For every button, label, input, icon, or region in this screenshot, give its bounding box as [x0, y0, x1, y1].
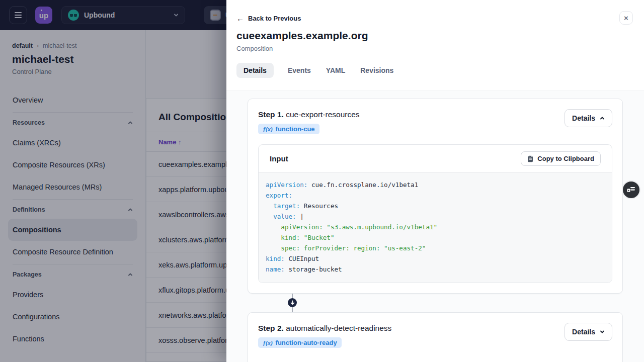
feedback-widget-icon [626, 186, 636, 194]
back-link-label: Back to Previous [248, 15, 301, 22]
function-icon: ƒ(x) [263, 340, 273, 346]
copy-to-clipboard-button[interactable]: Copy to Clipboard [521, 151, 601, 166]
step-1-name: cue-export-resources [286, 110, 359, 119]
step-1-details-button[interactable]: Details [565, 109, 612, 127]
chevron-up-icon [600, 116, 605, 121]
step-2-function-badge[interactable]: ƒ(x) function-auto-ready [258, 337, 342, 348]
step-2-title: Step 2. automatically-detect-readiness [258, 323, 391, 333]
step-1-label: Step 1. [258, 110, 284, 119]
step-1-function-badge[interactable]: ƒ(x) function-cue [258, 124, 319, 134]
yaml-code-block[interactable]: apiVersion: cue.fn.crossplane.io/v1beta1… [266, 179, 605, 275]
chevron-down-icon [600, 329, 605, 334]
step-2-badge-label: function-auto-ready [276, 339, 337, 346]
tab-details[interactable]: Details [236, 63, 274, 78]
tab-events[interactable]: Events [287, 63, 312, 78]
step-2-details-button[interactable]: Details [565, 323, 612, 341]
step-1-badge-label: function-cue [276, 125, 315, 133]
tab-yaml[interactable]: YAML [325, 63, 346, 78]
close-panel-button[interactable]: × [619, 11, 633, 25]
step-2-label: Step 2. [258, 324, 284, 332]
tab-revisions[interactable]: Revisions [359, 63, 394, 78]
function-icon: ƒ(x) [263, 126, 273, 132]
panel-content: Step 1. cue-export-resources ƒ(x) functi… [226, 90, 644, 362]
feedback-widget-button[interactable] [622, 180, 640, 199]
input-section-heading: Input [270, 154, 288, 163]
step-2-card: Step 2. automatically-detect-readiness ƒ… [248, 312, 623, 362]
panel-title: cueexamples.example.org [236, 30, 634, 42]
close-icon: × [624, 14, 628, 22]
panel-header: ← Back to Previous cueexamples.example.o… [226, 0, 644, 78]
back-to-previous-link[interactable]: ← Back to Previous [236, 15, 301, 22]
step-1-card: Step 1. cue-export-resources ƒ(x) functi… [248, 99, 623, 294]
app-root: up Upbound U default › michael-test mich… [0, 0, 644, 362]
step-1-title: Step 1. cue-export-resources [258, 109, 360, 119]
back-arrow-icon: ← [236, 15, 244, 22]
arrow-down-node-icon [288, 298, 297, 307]
composition-detail-panel: × ← Back to Previous cueexamples.example… [226, 0, 644, 362]
panel-subtitle: Composition [236, 45, 634, 52]
pipeline-connector [248, 294, 623, 312]
input-card: Input Copy to Clipboard apiV [258, 144, 612, 283]
copy-button-label: Copy to Clipboard [537, 155, 594, 162]
clipboard-icon [527, 155, 533, 162]
panel-tabs: DetailsEventsYAMLRevisions [236, 63, 634, 78]
code-area: apiVersion: cue.fn.crossplane.io/v1beta1… [259, 172, 612, 283]
step-2-name: automatically-detect-readiness [286, 324, 391, 332]
